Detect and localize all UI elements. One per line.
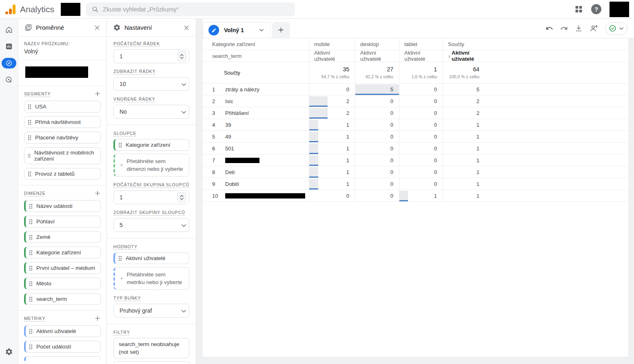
start-row-stepper[interactable] xyxy=(177,51,186,61)
nav-admin[interactable] xyxy=(5,348,13,357)
metric-cell[interactable]: 0 xyxy=(399,95,443,107)
download-button[interactable] xyxy=(575,24,583,32)
redacted-date-range[interactable] xyxy=(25,66,88,78)
total-cell[interactable]: 5 xyxy=(443,84,485,95)
total-cell[interactable]: 1 xyxy=(443,178,485,190)
metric-cell[interactable]: 1 xyxy=(309,143,355,154)
segment-chip[interactable]: Přímá návštěvnost xyxy=(24,116,101,128)
col-group-mobile[interactable]: mobile xyxy=(309,38,355,50)
total-cell[interactable]: 1 xyxy=(443,119,485,130)
search-input[interactable] xyxy=(103,6,289,13)
total-cell[interactable]: 1 xyxy=(443,154,485,166)
filters-dropzone[interactable]: Přetáhněte sem metriku či dimenzi nebo j… xyxy=(113,361,189,364)
dimension-chip[interactable]: Název události xyxy=(24,200,101,212)
dimension-chip[interactable]: Kategorie zařízení xyxy=(24,247,101,258)
settings-close-button[interactable] xyxy=(183,24,190,31)
variables-close-button[interactable] xyxy=(94,24,100,31)
dimension-chip[interactable]: Země xyxy=(24,231,101,243)
metric-chip-partial[interactable] xyxy=(24,356,101,361)
add-segment-button[interactable] xyxy=(94,90,101,97)
share-users-button[interactable] xyxy=(590,24,598,33)
metric-cell[interactable]: 0 xyxy=(399,166,443,178)
metric-header[interactable]: Aktivní uživatelé xyxy=(309,50,355,62)
nav-advertising[interactable] xyxy=(2,75,16,85)
segment-chip[interactable]: Provoz z tabletů xyxy=(24,168,101,180)
metric-cell[interactable]: 1 xyxy=(309,154,355,166)
metric-header-sorted[interactable]: ↓Aktivní uživatelé xyxy=(443,50,485,62)
metric-cell[interactable]: 0 xyxy=(399,154,443,166)
col-group-tablet[interactable]: tablet xyxy=(399,38,443,50)
metric-cell[interactable]: 0 xyxy=(399,143,443,154)
total-cell[interactable]: 1 xyxy=(443,166,485,178)
total-cell[interactable]: 1 xyxy=(443,131,485,142)
dimension-chip[interactable]: Pohlaví xyxy=(24,216,101,227)
show-col-groups-select[interactable]: 5 xyxy=(113,218,189,232)
column-dimension-header[interactable]: Kategorie zařízení xyxy=(203,38,309,50)
total-cell[interactable]: 2 xyxy=(443,107,485,119)
col-group-desktop[interactable]: desktop xyxy=(355,38,399,50)
metric-header[interactable]: Aktivní uživatelé xyxy=(399,50,443,62)
metric-cell[interactable]: 0 xyxy=(355,119,399,130)
values-dropzone[interactable]: Přetáhněte sem metriku nebo ji vyberte xyxy=(113,267,189,290)
metric-cell[interactable]: 0 xyxy=(355,154,399,166)
nav-reports[interactable] xyxy=(2,41,16,52)
metric-cell[interactable]: 0 xyxy=(399,119,443,130)
nav-home[interactable] xyxy=(2,24,16,35)
undo-button[interactable] xyxy=(545,24,553,32)
metric-cell[interactable]: 0 xyxy=(355,95,399,107)
add-tab-button[interactable] xyxy=(272,22,290,38)
nested-rows-select[interactable]: No xyxy=(113,105,189,119)
add-dimension-button[interactable] xyxy=(94,190,101,196)
metric-cell[interactable]: 2 xyxy=(309,107,355,119)
metric-cell[interactable]: 0 xyxy=(399,107,443,119)
values-metric-chip[interactable]: Aktivní uživatelé xyxy=(113,252,189,264)
total-cell[interactable]: 1 xyxy=(443,143,485,154)
metric-cell[interactable]: 1 xyxy=(309,131,355,142)
metric-cell[interactable]: 0 xyxy=(399,178,443,190)
show-rows-select[interactable]: 10 xyxy=(113,77,189,91)
metric-cell[interactable]: 0 xyxy=(355,178,399,190)
metric-cell[interactable]: 5 xyxy=(355,84,399,95)
tab-menu-caret[interactable] xyxy=(259,29,264,31)
start-row-input[interactable]: 1 xyxy=(113,49,189,63)
search-bar[interactable] xyxy=(86,2,295,16)
metric-cell[interactable]: 0 xyxy=(355,107,399,119)
col-group-totals[interactable]: Součty xyxy=(443,38,485,50)
nav-explore[interactable] xyxy=(2,58,16,68)
dimension-chip[interactable]: Město xyxy=(24,278,101,289)
metric-cell[interactable]: 1 xyxy=(399,190,443,201)
help-icon[interactable]: ? xyxy=(591,4,601,14)
filter-chip[interactable]: search_term neobsahuje (not set) xyxy=(113,338,189,358)
exploration-name-value[interactable]: Volný xyxy=(24,48,101,55)
metric-cell[interactable]: 0 xyxy=(399,131,443,142)
metric-header[interactable]: Aktivní uživatelé xyxy=(355,50,399,62)
row-dimension-header[interactable]: search_term xyxy=(203,50,309,62)
metric-cell[interactable]: 1 xyxy=(309,178,355,190)
cell-type-select[interactable]: Pruhový graf xyxy=(113,304,189,318)
grid-apps-icon[interactable] xyxy=(574,5,583,13)
metric-cell[interactable]: 1 xyxy=(309,166,355,178)
start-col-group-input[interactable]: 1 xyxy=(113,190,189,204)
redacted-user-avatar[interactable] xyxy=(610,2,629,17)
dimension-chip[interactable]: První uživatel – médium xyxy=(24,262,101,274)
metric-cell[interactable]: 0 xyxy=(399,84,443,95)
metric-cell[interactable]: 0 xyxy=(355,190,399,201)
add-metric-button[interactable] xyxy=(94,315,101,322)
metric-cell[interactable]: 2 xyxy=(309,95,355,107)
sharing-status-button[interactable] xyxy=(605,22,627,35)
metric-cell[interactable]: 1 xyxy=(309,119,355,130)
start-col-group-stepper[interactable] xyxy=(177,192,186,202)
total-cell[interactable]: 2 xyxy=(443,95,485,107)
segment-chip[interactable]: USA xyxy=(24,101,101,113)
segment-chip[interactable]: Návštěvnost z mobilních zařízení xyxy=(24,147,101,164)
redo-button[interactable] xyxy=(560,24,568,32)
dimension-chip[interactable]: search_term xyxy=(24,293,101,305)
metric-cell[interactable]: 0 xyxy=(309,84,355,95)
metric-cell[interactable]: 0 xyxy=(309,190,355,201)
metric-chip[interactable]: Aktivní uživatelé xyxy=(24,325,101,337)
tab-volny-1[interactable]: Volný 1 xyxy=(203,22,270,38)
columns-dropzone[interactable]: Přetáhněte sem dimenzi nebo ji vyberte xyxy=(113,154,189,176)
columns-dimension-chip[interactable]: Kategorie zařízení xyxy=(113,139,189,151)
redacted-account-selector[interactable] xyxy=(61,3,80,16)
metric-cell[interactable]: 0 xyxy=(355,131,399,142)
